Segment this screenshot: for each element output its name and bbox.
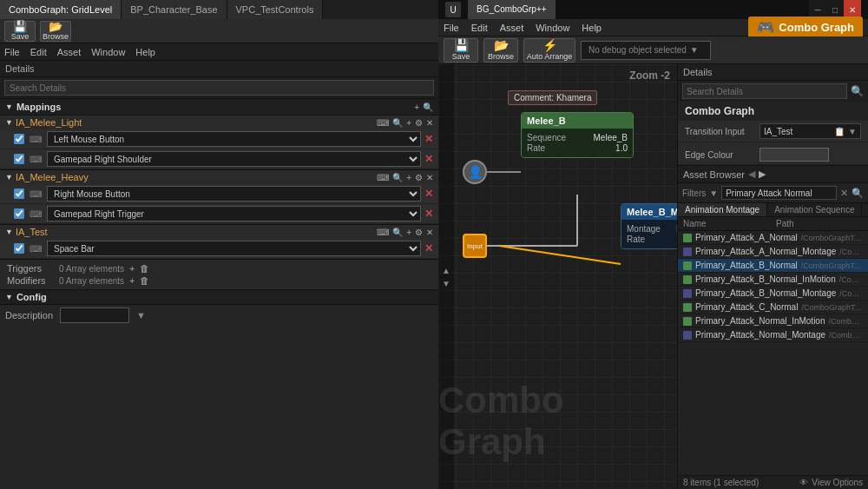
ab-tab-animation-sequence[interactable]: Animation Sequence	[767, 203, 862, 216]
connector-input-icon[interactable]: 👤	[463, 160, 487, 184]
group0-add-btn[interactable]: +	[406, 118, 411, 128]
group-ia-melee-light-header[interactable]: ▼ IA_Melee_Light ⌨ 🔍 + ⚙ ✕	[0, 116, 438, 129]
mappings-section-header[interactable]: ▼ Mappings + 🔍	[0, 99, 438, 116]
config-title: Config	[16, 292, 47, 302]
mapping-right-mouse-remove[interactable]: ✕	[424, 188, 433, 200]
group0-settings-btn[interactable]: ⚙	[415, 118, 423, 128]
group0-remove-btn[interactable]: ✕	[426, 118, 433, 128]
group-ia-melee-light: ▼ IA_Melee_Light ⌨ 🔍 + ⚙ ✕ ⌨ Left Mouse …	[0, 116, 438, 170]
menu-asset[interactable]: Asset	[57, 47, 82, 57]
modifiers-remove-btn[interactable]: 🗑	[140, 275, 149, 286]
side-nav-top[interactable]: ▲	[442, 266, 450, 275]
ab-item-name: Primary_Attack_C_Normal	[695, 302, 798, 312]
group2-search-btn[interactable]: 🔍	[392, 228, 403, 237]
ab-view-options-btn[interactable]: 👁 View Options	[799, 478, 863, 487]
ab-list-item[interactable]: Primary_Attack_A_Normal_Montage /ComboGr…	[678, 245, 868, 259]
node-melee-b-row2-label: Rate	[527, 143, 545, 153]
menu-file[interactable]: File	[4, 47, 20, 57]
side-nav-bottom[interactable]: ▼	[442, 279, 450, 288]
mapping-right-mouse-dropdown[interactable]: Right Mouse Button	[47, 186, 421, 202]
mapping-left-mouse-checkbox[interactable]	[14, 134, 24, 144]
ab-list-item[interactable]: Primary_Attack_C_Normal /ComboGraphTests…	[678, 301, 868, 314]
group1-remove-btn[interactable]: ✕	[426, 173, 433, 182]
mapping-left-mouse-remove[interactable]: ✕	[424, 133, 433, 145]
mapping-gamepad-trigger-checkbox[interactable]	[14, 208, 24, 219]
ue-tab-bg-combo[interactable]: BG_ComboGrp++	[468, 0, 556, 19]
menu-edit[interactable]: Edit	[30, 47, 47, 57]
ue-auto-arrange-button[interactable]: ⚡ Auto Arrange	[523, 38, 575, 63]
left-menu-bar: File Edit Asset Window Help	[0, 43, 438, 61]
mapping-gamepad-trigger-dropdown[interactable]: Gamepad Right Trigger	[47, 206, 421, 221]
ue-save-button[interactable]: 💾 Save	[444, 38, 478, 63]
ab-tab-animation-montage[interactable]: Animation Montage	[678, 203, 767, 216]
ab-list-item[interactable]: Primary_Attack_Normal_Montage /ComboGrap…	[678, 328, 868, 342]
ab-footer: 8 items (1 selected) 👁 View Options	[678, 475, 868, 489]
modifiers-add-btn[interactable]: +	[129, 275, 135, 286]
browse-button[interactable]: 📂 Browse	[40, 21, 71, 42]
mapping-gamepad-shoulder-dropdown[interactable]: Gamepad Right Shoulder	[47, 151, 421, 167]
mapping-gamepad-trigger-remove[interactable]: ✕	[424, 208, 433, 220]
graph-area[interactable]: ▲ ▼ Zoom -2 Comment: Khamera 👤 Melee_B S…	[438, 64, 677, 489]
debug-selector[interactable]: No debug object selected ▼	[581, 41, 711, 60]
description-expand-btn[interactable]: ▼	[136, 310, 146, 320]
ue-menu-edit[interactable]: Edit	[471, 23, 488, 33]
triggers-remove-btn[interactable]: 🗑	[140, 263, 149, 274]
selected-node-icon[interactable]: Input	[463, 234, 487, 258]
menu-help[interactable]: Help	[135, 47, 155, 57]
mapping-space-bar-dropdown[interactable]: Space Bar	[47, 241, 421, 256]
mapping-gamepad-shoulder-remove[interactable]: ✕	[424, 153, 433, 165]
ue-menu-window[interactable]: Window	[536, 23, 569, 33]
group1-add-btn[interactable]: +	[406, 173, 411, 182]
mapping-space-bar-remove[interactable]: ✕	[424, 242, 433, 254]
ab-list-item[interactable]: Primary_Attack_B_Normal_InMotion /ComboG…	[678, 273, 868, 287]
triggers-add-btn[interactable]: +	[129, 263, 135, 274]
ab-back-btn[interactable]: ◀	[748, 169, 755, 180]
tab-bp-character[interactable]: BP_Character_Base	[122, 0, 227, 19]
mapping-right-mouse-checkbox[interactable]	[14, 188, 24, 199]
group2-add-btn[interactable]: +	[406, 228, 411, 237]
triggers-label: Triggers	[7, 263, 50, 274]
ab-forward-btn[interactable]: ▶	[759, 169, 766, 180]
mappings-search-btn[interactable]: 🔍	[423, 102, 433, 112]
ab-filter-clear-btn[interactable]: ✕	[840, 188, 848, 199]
node-melee-b[interactable]: Melee_B Sequence Melee_B Rate 1.0	[521, 112, 634, 158]
ab-list-item[interactable]: Primary_Attack_B_Normal_Montage /ComboGr…	[678, 287, 868, 301]
group2-copy-btn[interactable]: ⌨	[377, 228, 389, 237]
ab-list-item[interactable]: Primary_Attack_Normal_InMotion /ComboGra…	[678, 314, 868, 328]
mapping-left-mouse-dropdown[interactable]: Left Mouse Button	[47, 131, 421, 147]
rs-search-input[interactable]	[682, 83, 847, 99]
group2-settings-btn[interactable]: ⚙	[415, 228, 423, 237]
group1-settings-btn[interactable]: ⚙	[415, 173, 423, 182]
tab-vpc-test[interactable]: VPC_TestControls	[227, 0, 324, 19]
ab-list-item[interactable]: Primary_Attack_A_Normal /ComboGraphTests…	[678, 231, 868, 245]
group0-search-btn[interactable]: 🔍	[392, 118, 403, 128]
ab-filter-search-icon: 🔍	[852, 188, 864, 199]
ue-menu-help[interactable]: Help	[582, 23, 602, 33]
mappings-add-btn[interactable]: +	[414, 102, 419, 112]
group0-copy-btn[interactable]: ⌨	[377, 118, 389, 128]
node-melee-b-row2-value: 1.0	[615, 143, 628, 153]
description-input[interactable]	[60, 307, 129, 323]
search-input[interactable]	[4, 80, 434, 96]
group-ia-test-header[interactable]: ▼ IA_Test ⌨ 🔍 + ⚙ ✕	[0, 225, 438, 239]
rs-edge-colour-swatch[interactable]	[760, 148, 829, 162]
menu-window[interactable]: Window	[91, 47, 125, 57]
group1-copy-btn[interactable]: ⌨	[377, 173, 389, 182]
node-melee-montage-row2-label: Rate	[627, 235, 645, 244]
ue-browse-button[interactable]: 📂 Browse	[483, 38, 518, 63]
ue-menu-file[interactable]: File	[444, 23, 459, 33]
group2-remove-btn[interactable]: ✕	[426, 228, 433, 237]
ab-list-item[interactable]: Primary_Attack_B_Normal /ComboGraphTests…	[678, 259, 868, 273]
save-button[interactable]: 💾 Save	[4, 21, 36, 42]
ue-menu-asset[interactable]: Asset	[500, 23, 524, 33]
ab-item-path: /ComboGraphTests/Animati	[839, 275, 863, 284]
node-melee-montage-body: Montage Melee_B_Montage Rate 1.0	[621, 220, 677, 248]
mapping-space-bar-checkbox[interactable]	[14, 243, 24, 254]
group-ia-melee-heavy-header[interactable]: ▼ IA_Melee_Heavy ⌨ 🔍 + ⚙ ✕	[0, 170, 438, 184]
tab-combo-graph-grid[interactable]: ComboGraph: GridLevel	[0, 0, 122, 19]
rs-transition-input-dropdown[interactable]: ▼	[848, 127, 857, 136]
config-section-header[interactable]: ▼ Config	[0, 290, 438, 305]
node-melee-b-montage[interactable]: Melee_B_Montage Montage Melee_B_Montage …	[621, 203, 677, 249]
mapping-gamepad-shoulder-checkbox[interactable]	[14, 154, 24, 164]
group1-search-btn[interactable]: 🔍	[392, 173, 403, 182]
